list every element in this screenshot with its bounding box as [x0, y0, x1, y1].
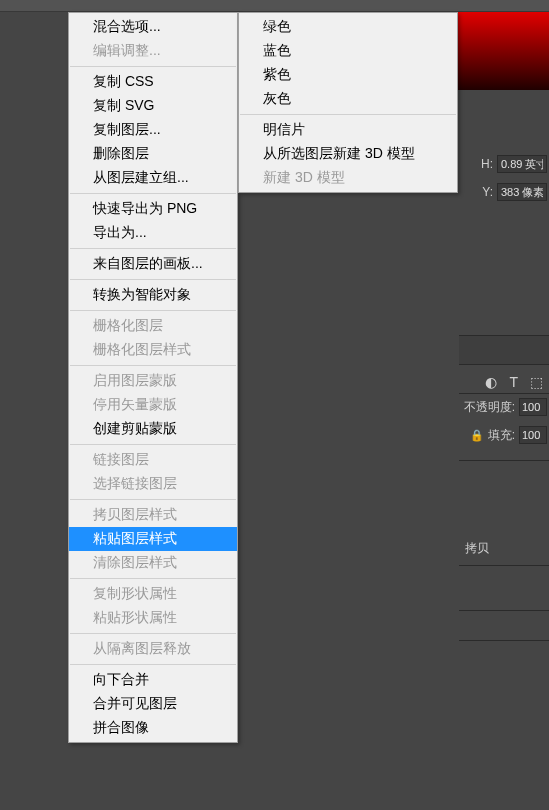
fill-row: 🔒 填充: — [459, 426, 549, 444]
menu-separator — [70, 365, 236, 366]
opacity-row: 不透明度: — [459, 398, 549, 416]
menu-item-merge-visible[interactable]: 合并可见图层 — [69, 692, 237, 716]
menu-item-artboard-from-layers[interactable]: 来自图层的画板... — [69, 252, 237, 276]
submenu-item-green[interactable]: 绿色 — [239, 15, 457, 39]
menu-separator — [70, 633, 236, 634]
menu-item-duplicate-layer[interactable]: 复制图层... — [69, 118, 237, 142]
text-icon[interactable]: T — [509, 374, 518, 390]
submenu-item-new-3d-model: 新建 3D 模型 — [239, 166, 457, 190]
menu-item-copy-svg[interactable]: 复制 SVG — [69, 94, 237, 118]
submenu-item-postcard[interactable]: 明信片 — [239, 118, 457, 142]
layer-copy-label: 拷贝 — [465, 540, 489, 557]
menu-item-group-from-layers[interactable]: 从图层建立组... — [69, 166, 237, 190]
menu-item-select-linked: 选择链接图层 — [69, 472, 237, 496]
menu-separator — [70, 444, 236, 445]
menu-item-copy-layer-style: 拷贝图层样式 — [69, 503, 237, 527]
height-row: H: — [459, 150, 549, 178]
layer-filter-icons: ◐ T ⬚ — [459, 370, 549, 394]
menu-item-flatten-image[interactable]: 拼合图像 — [69, 716, 237, 740]
menu-separator — [70, 664, 236, 665]
menu-item-disable-vector-mask: 停用矢量蒙版 — [69, 393, 237, 417]
fill-label: 填充: — [488, 427, 515, 444]
panel-divider — [459, 640, 549, 641]
adjust-icon[interactable]: ◐ — [485, 374, 497, 390]
height-input[interactable] — [497, 155, 547, 173]
menu-separator — [70, 66, 236, 67]
opacity-input[interactable] — [519, 398, 547, 416]
menu-item-copy-shape-attrs: 复制形状属性 — [69, 582, 237, 606]
menu-item-delete-layer[interactable]: 删除图层 — [69, 142, 237, 166]
y-label: Y: — [482, 185, 493, 199]
menu-item-blend-options[interactable]: 混合选项... — [69, 15, 237, 39]
fill-input[interactable] — [519, 426, 547, 444]
menu-item-paste-layer-style[interactable]: 粘贴图层样式 — [69, 527, 237, 551]
menu-item-quick-export-png[interactable]: 快速导出为 PNG — [69, 197, 237, 221]
menu-separator — [70, 310, 236, 311]
y-input[interactable] — [497, 183, 547, 201]
menu-item-merge-down[interactable]: 向下合并 — [69, 668, 237, 692]
menu-separator — [240, 114, 456, 115]
panel-divider — [459, 460, 549, 461]
menu-separator — [70, 499, 236, 500]
opacity-label: 不透明度: — [464, 399, 515, 416]
menu-item-link-layers: 链接图层 — [69, 448, 237, 472]
menu-item-rasterize-style: 栅格化图层样式 — [69, 338, 237, 362]
menu-item-export-as[interactable]: 导出为... — [69, 221, 237, 245]
submenu-item-purple[interactable]: 紫色 — [239, 63, 457, 87]
height-label: H: — [481, 157, 493, 171]
menu-item-rasterize-layer: 栅格化图层 — [69, 314, 237, 338]
layer-context-menu: 混合选项... 编辑调整... 复制 CSS 复制 SVG 复制图层... 删除… — [68, 12, 238, 743]
menu-item-clear-layer-style: 清除图层样式 — [69, 551, 237, 575]
submenu-item-new-3d-from-selected[interactable]: 从所选图层新建 3D 模型 — [239, 142, 457, 166]
menu-separator — [70, 279, 236, 280]
menu-item-convert-smart-object[interactable]: 转换为智能对象 — [69, 283, 237, 307]
top-toolbar — [0, 0, 549, 12]
submenu-item-gray[interactable]: 灰色 — [239, 87, 457, 111]
panel-divider — [459, 565, 549, 566]
menu-item-edit-adjust: 编辑调整... — [69, 39, 237, 63]
menu-item-create-clipping-mask[interactable]: 创建剪贴蒙版 — [69, 417, 237, 441]
menu-separator — [70, 248, 236, 249]
lock-icon[interactable]: 🔒 — [470, 429, 484, 442]
panel-divider — [459, 610, 549, 611]
y-row: Y: — [459, 178, 549, 206]
color-submenu: 绿色 蓝色 紫色 灰色 明信片 从所选图层新建 3D 模型 新建 3D 模型 — [238, 12, 458, 193]
panel-divider-area — [459, 335, 549, 365]
crop-icon[interactable]: ⬚ — [530, 374, 543, 390]
menu-separator — [70, 578, 236, 579]
menu-item-enable-layer-mask: 启用图层蒙版 — [69, 369, 237, 393]
properties-panel: H: Y: — [459, 150, 549, 206]
menu-item-copy-css[interactable]: 复制 CSS — [69, 70, 237, 94]
submenu-item-blue[interactable]: 蓝色 — [239, 39, 457, 63]
menu-item-release-isolation: 从隔离图层释放 — [69, 637, 237, 661]
menu-item-paste-shape-attrs: 粘贴形状属性 — [69, 606, 237, 630]
menu-separator — [70, 193, 236, 194]
